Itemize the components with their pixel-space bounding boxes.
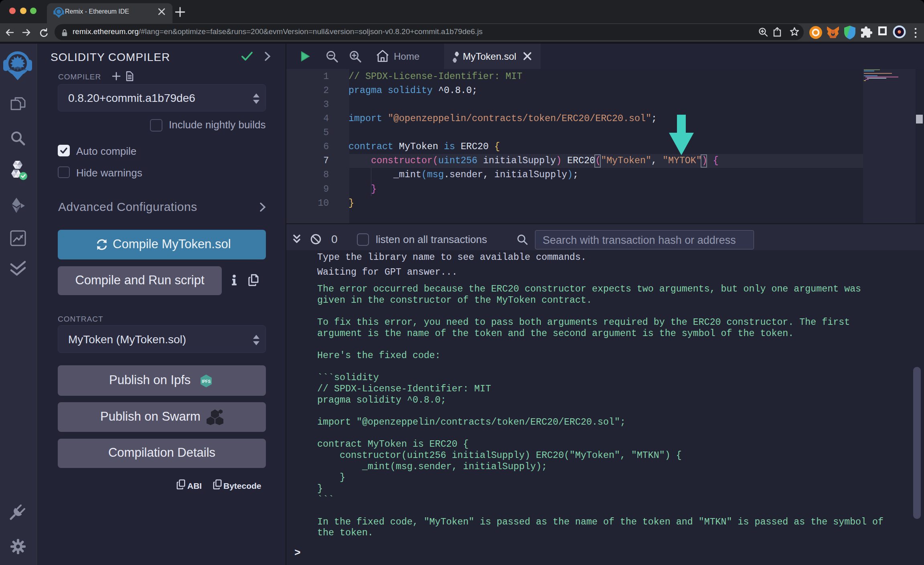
svg-text:IPFS: IPFS xyxy=(202,379,211,384)
